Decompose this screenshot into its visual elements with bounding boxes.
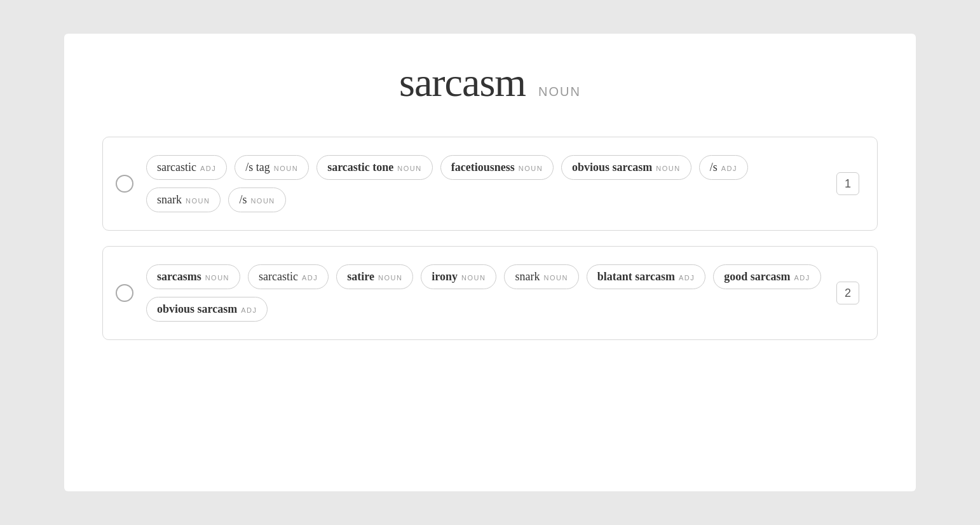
- sense-radio-1[interactable]: [116, 175, 133, 193]
- tag-word-1-1: /s tag: [245, 161, 270, 174]
- tag-word-2-5: blatant sarcasm: [597, 270, 675, 283]
- tag-pos-1-5: ADJ: [721, 165, 737, 172]
- tag-word-1-2: sarcastic tone: [327, 161, 393, 174]
- tag-1-7[interactable]: /sNOUN: [228, 188, 285, 212]
- tag-pos-2-2: NOUN: [378, 274, 402, 282]
- tag-1-3[interactable]: facetiousnessNOUN: [440, 155, 554, 180]
- sense-card-2: sarcasmsNOUNsarcasticADJsatireNOUNironyN…: [102, 246, 878, 340]
- tag-2-0[interactable]: sarcasmsNOUN: [146, 264, 240, 289]
- tag-1-2[interactable]: sarcastic toneNOUN: [316, 155, 433, 180]
- main-card: sarcasm NOUN sarcasticADJ/s tagNOUNsarca…: [64, 34, 916, 491]
- tag-word-2-0: sarcasms: [157, 270, 201, 283]
- tag-pos-1-2: NOUN: [397, 165, 421, 172]
- tag-word-1-4: obvious sarcasm: [572, 161, 652, 174]
- tag-2-1[interactable]: sarcasticADJ: [248, 264, 329, 289]
- tag-1-0[interactable]: sarcasticADJ: [146, 155, 227, 180]
- sense-tags-2: sarcasmsNOUNsarcasticADJsatireNOUNironyN…: [146, 264, 824, 322]
- tag-word-1-0: sarcastic: [157, 161, 196, 174]
- tag-2-7[interactable]: obvious sarcasmADJ: [146, 297, 268, 322]
- sense-card-1: sarcasticADJ/s tagNOUNsarcastic toneNOUN…: [102, 137, 878, 231]
- tag-word-2-7: obvious sarcasm: [157, 303, 237, 316]
- tag-pos-1-1: NOUN: [274, 165, 298, 172]
- tag-pos-1-7: NOUN: [250, 197, 275, 205]
- tag-pos-1-0: ADJ: [200, 165, 216, 172]
- tag-pos-2-1: ADJ: [302, 274, 318, 282]
- tag-2-5[interactable]: blatant sarcasmADJ: [587, 264, 705, 289]
- tag-word-2-3: irony: [432, 270, 458, 283]
- tag-2-4[interactable]: snarkNOUN: [504, 264, 578, 289]
- tag-pos-2-0: NOUN: [205, 274, 229, 282]
- tag-2-2[interactable]: satireNOUN: [336, 264, 413, 289]
- tag-1-4[interactable]: obvious sarcasmNOUN: [561, 155, 691, 180]
- tag-1-6[interactable]: snarkNOUN: [146, 188, 221, 212]
- tag-2-6[interactable]: good sarcasmADJ: [713, 264, 820, 289]
- tag-word-1-5: /s: [710, 161, 718, 174]
- word-header: sarcasm NOUN: [399, 59, 581, 106]
- sense-container: sarcasticADJ/s tagNOUNsarcastic toneNOUN…: [102, 137, 878, 340]
- tag-pos-1-3: NOUN: [519, 165, 543, 172]
- tag-pos-2-6: ADJ: [794, 274, 810, 282]
- tag-word-2-1: sarcastic: [259, 270, 298, 283]
- sense-number-1: 1: [836, 172, 859, 195]
- tag-1-5[interactable]: /sADJ: [699, 155, 748, 180]
- tag-word-1-6: snark: [157, 193, 182, 207]
- sense-number-2: 2: [836, 282, 859, 304]
- tag-pos-2-4: NOUN: [543, 274, 568, 282]
- word-pos: NOUN: [538, 85, 581, 99]
- sense-radio-2[interactable]: [116, 284, 133, 302]
- tag-pos-2-3: NOUN: [461, 274, 486, 282]
- tag-pos-2-5: ADJ: [679, 274, 695, 282]
- tag-word-2-6: good sarcasm: [724, 270, 790, 283]
- tag-pos-1-4: NOUN: [656, 165, 680, 172]
- tag-2-3[interactable]: ironyNOUN: [421, 264, 496, 289]
- word-title: sarcasm: [399, 59, 526, 106]
- tag-word-1-3: facetiousness: [451, 161, 515, 174]
- tag-word-2-2: satire: [347, 270, 374, 283]
- tag-word-1-7: /s: [239, 193, 247, 207]
- tag-pos-2-7: ADJ: [241, 306, 257, 314]
- tag-1-1[interactable]: /s tagNOUN: [235, 155, 309, 180]
- tag-pos-1-6: NOUN: [186, 197, 210, 205]
- sense-tags-1: sarcasticADJ/s tagNOUNsarcastic toneNOUN…: [146, 155, 824, 212]
- tag-word-2-4: snark: [515, 270, 540, 283]
